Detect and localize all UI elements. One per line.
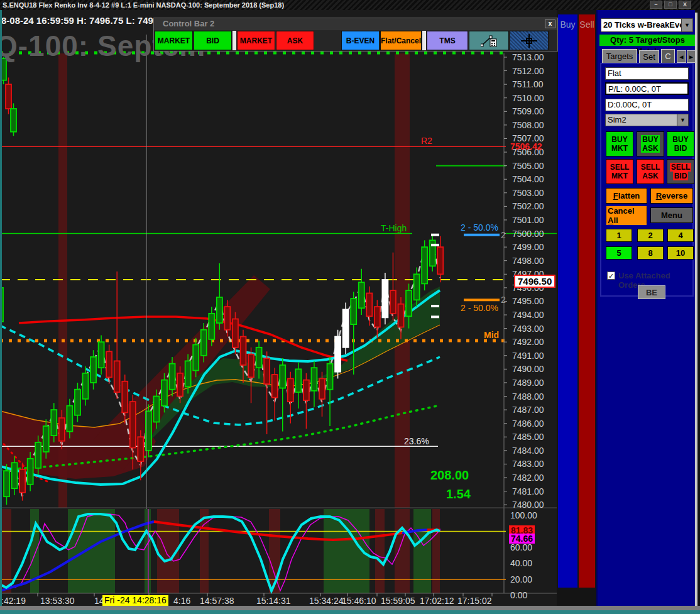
tab-set[interactable]: Set [639, 50, 659, 63]
candle-body [201, 330, 207, 356]
candle-body [304, 380, 309, 400]
control-bar-close-icon[interactable]: x [545, 19, 555, 28]
sell-bid-button[interactable]: SELL BID [667, 159, 694, 184]
order-marker [431, 315, 439, 318]
tab-targets[interactable]: Targets [602, 49, 637, 63]
fib-target-blue-marker: 2 [501, 230, 506, 240]
sell-ask-button[interactable]: ASK [276, 31, 314, 50]
candle-body [406, 290, 412, 316]
price-axis-label: 7480.00 [512, 500, 544, 510]
candle-body [359, 282, 364, 308]
account-dropdown[interactable]: Sim2 ▼ [605, 114, 689, 126]
order-marker [431, 234, 439, 236]
price-axis-label: 7498.00 [512, 256, 544, 266]
oscillator-band [432, 509, 440, 593]
buy-mkt-button[interactable]: BUYMKT [606, 131, 633, 156]
price-axis-label: 7485.00 [512, 432, 544, 442]
candle-body [51, 410, 57, 436]
chevron-down-icon[interactable]: ▼ [677, 114, 688, 126]
candle-body [161, 380, 167, 406]
dom-buy-column[interactable]: Buy [558, 14, 577, 588]
tms-button[interactable]: TMS [427, 31, 468, 50]
oscillator-axis-label: 100.00 [510, 510, 537, 520]
buy-ask-button[interactable]: BUY ASK [637, 131, 664, 156]
position-field[interactable]: Flat [605, 67, 689, 80]
window-titlebar[interactable]: S.ENQU18 Flex Renko Inv 8-4-12 #9 L:1 E-… [0, 0, 700, 10]
crosshair-icon [520, 33, 539, 48]
candle-body [193, 344, 199, 370]
order-entry-panel: 20 Ticks w-BreakEven ▼ Qty: 5 Target/Sto… [596, 10, 695, 606]
be-button[interactable]: BE [638, 285, 665, 299]
qty-1-button[interactable]: 1 [606, 229, 632, 242]
flat-cancel-button[interactable]: Flat/Cancel [380, 31, 422, 50]
candle-body [185, 361, 191, 386]
oscillator-axis-label: 40.00 [510, 558, 532, 568]
buy-bid-button[interactable]: BUYBID [667, 131, 694, 156]
control-bar-title[interactable]: Control Bar 2 [154, 18, 557, 30]
sell-mkt-button[interactable]: SELLMKT [606, 159, 633, 184]
t-high-label: T-High [381, 223, 407, 233]
time-axis-highlight: Fri -24 14:28:16 [102, 595, 168, 606]
close-button[interactable]: X [679, 1, 691, 9]
spacer [315, 31, 341, 50]
sell-market-button[interactable]: MARKET [237, 31, 275, 50]
control-bar-window[interactable]: Control Bar 2 x MARKET BID MARKET ASK B-… [153, 18, 558, 52]
price-axis-label: 7505.00 [512, 161, 544, 171]
minimize-button[interactable]: − [650, 1, 662, 9]
reverse-button[interactable]: Reverse [650, 188, 693, 204]
time-axis-label: 15:59:05 [381, 596, 415, 606]
candle-body [422, 247, 427, 283]
time-axis-label: 15:46:10 [342, 596, 376, 606]
cancel-all-button[interactable]: Cancel All [606, 207, 647, 223]
price-axis-label: 7510.00 [512, 93, 544, 103]
oscillator-band [395, 509, 410, 593]
r2-label: R2 [421, 136, 432, 146]
candle-body [295, 369, 301, 392]
qty-4-button[interactable]: 4 [667, 229, 694, 242]
candle-body [153, 397, 159, 422]
buy-market-button[interactable]: MARKET [155, 31, 193, 50]
candle-body [130, 402, 136, 447]
right-scrollbar[interactable] [695, 13, 697, 606]
price-axis-label: 7504.00 [512, 174, 544, 184]
price-axis-label: 7487.00 [512, 405, 544, 415]
menu-button[interactable]: Menu [650, 207, 693, 223]
use-attached-orders-checkbox[interactable]: ✓ [607, 271, 615, 280]
time-axis-label: 17:15:02 [457, 596, 492, 606]
breakeven-button[interactable]: B-EVEN [341, 31, 380, 50]
qty-2-button[interactable]: 2 [637, 229, 664, 242]
time-axis-label: 15:14:31 [256, 596, 291, 606]
chevron-down-icon[interactable]: ▼ [681, 19, 692, 31]
candle-body [264, 358, 270, 384]
qty-10-button[interactable]: 10 [667, 246, 694, 260]
oscillator-band [375, 509, 385, 593]
buy-bid-button[interactable]: BID [194, 31, 232, 50]
candle-body [343, 309, 349, 347]
candle-body [224, 307, 230, 330]
separator [232, 31, 236, 50]
maximize-button[interactable]: □ [664, 1, 677, 9]
account-dropdown-value: Sim2 [608, 115, 626, 124]
tab-c[interactable]: C [661, 49, 675, 63]
buy-column-header: Buy [558, 14, 577, 30]
candle-body [4, 471, 9, 496]
dom-sell-column[interactable]: Sell [579, 14, 595, 588]
daily-pl-field[interactable]: D:0.00C, 0T [605, 99, 689, 111]
qty-5-button[interactable]: 5 [606, 246, 632, 260]
flatten-button[interactable]: Flatten [606, 188, 647, 204]
trendline-calculator-button[interactable] [469, 31, 509, 50]
tab-scroll-left-icon[interactable]: ◄ [677, 50, 686, 63]
candle-body [106, 351, 112, 377]
oscillator-axis-label: 60.00 [510, 542, 532, 552]
sell-ask-button[interactable]: SELLASK [637, 159, 664, 184]
candle-body [437, 247, 443, 274]
candle-body [241, 337, 246, 365]
crosshair-tool-button[interactable] [510, 31, 549, 50]
strategy-dropdown[interactable]: 20 Ticks w-BreakEven ▼ [601, 18, 693, 32]
candle-body [90, 357, 96, 383]
price-axis-label: 7512.00 [512, 66, 544, 76]
pl-field[interactable]: P/L: 0.00C, 0T [605, 82, 689, 95]
tab-scroll-right-icon[interactable]: ► [687, 50, 696, 63]
window-title: S.ENQU18 Flex Renko Inv 8-4-12 #9 L:1 E-… [3, 1, 284, 9]
qty-8-button[interactable]: 8 [637, 246, 664, 260]
